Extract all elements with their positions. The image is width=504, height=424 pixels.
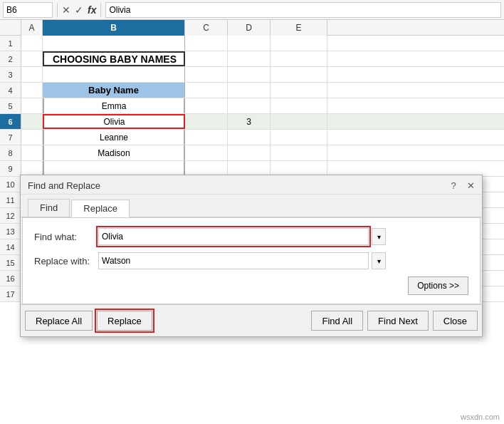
- cell-b4[interactable]: Baby Name: [43, 83, 185, 98]
- cell-a1[interactable]: [21, 36, 43, 51]
- cell-b3[interactable]: [43, 67, 185, 82]
- row-num-11: 11: [0, 192, 21, 207]
- dialog-footer: Replace All Replace Find All Find Next C…: [21, 304, 482, 336]
- cell-c1[interactable]: [185, 36, 228, 51]
- table-row: 4 Baby Name: [0, 83, 504, 98]
- watermark: wsxdn.com: [461, 413, 500, 421]
- close-button[interactable]: Close: [433, 311, 478, 331]
- cell-c2[interactable]: [185, 51, 228, 66]
- replace-button[interactable]: Replace: [97, 311, 152, 331]
- cell-b8[interactable]: Madison: [43, 145, 185, 160]
- cell-c7[interactable]: [185, 130, 228, 145]
- cell-d2[interactable]: [228, 51, 271, 66]
- cell-e8[interactable]: [271, 145, 327, 160]
- cell-b7[interactable]: Leanne: [43, 130, 185, 145]
- cell-e9[interactable]: [271, 161, 327, 176]
- cell-d1[interactable]: [228, 36, 271, 51]
- cell-e1[interactable]: [271, 36, 327, 51]
- row-num-2: 2: [0, 51, 21, 66]
- cell-e2[interactable]: [271, 51, 327, 66]
- row-num-5: 5: [0, 98, 21, 113]
- dialog-help-button[interactable]: ?: [448, 180, 459, 191]
- row-num-12: 12: [0, 208, 21, 223]
- function-icon[interactable]: fx: [88, 4, 96, 16]
- cell-b2[interactable]: CHOOSING BABY NAMES: [43, 51, 185, 66]
- row-num-13: 13: [0, 224, 21, 239]
- cell-c3[interactable]: [185, 67, 228, 82]
- row-num-10: 10: [0, 177, 21, 192]
- col-header-c[interactable]: C: [185, 20, 228, 36]
- col-header-b[interactable]: B: [43, 20, 185, 36]
- cell-c9[interactable]: [185, 161, 228, 176]
- cell-d7[interactable]: [228, 130, 271, 145]
- formula-icons: ✕ ✓ fx: [62, 4, 96, 16]
- replace-all-button[interactable]: Replace All: [25, 311, 93, 331]
- dialog-title-icons: ? ✕: [448, 180, 476, 191]
- row-num-6: 6: [0, 114, 21, 129]
- table-row: 3: [0, 67, 504, 83]
- replace-with-input[interactable]: [98, 252, 369, 269]
- replace-with-row: Replace with: ▾: [34, 252, 468, 269]
- table-row: 2 CHOOSING BABY NAMES: [0, 51, 504, 67]
- col-header-d[interactable]: D: [228, 20, 271, 36]
- cell-b1[interactable]: [43, 36, 185, 51]
- tab-find[interactable]: Find: [28, 199, 70, 217]
- cell-d4[interactable]: [228, 83, 271, 98]
- cell-c5[interactable]: [185, 98, 228, 113]
- find-what-dropdown[interactable]: ▾: [372, 228, 386, 245]
- cell-e3[interactable]: [271, 67, 327, 82]
- cell-e7[interactable]: [271, 130, 327, 145]
- cell-e6[interactable]: [271, 114, 327, 129]
- cell-c6[interactable]: [185, 114, 228, 129]
- cell-d6[interactable]: 3: [228, 114, 271, 129]
- footer-right-buttons: Find All Find Next Close: [311, 311, 478, 331]
- cell-a7[interactable]: [21, 130, 43, 145]
- find-next-button[interactable]: Find Next: [367, 311, 429, 331]
- corner-header: [0, 20, 21, 35]
- cell-d9[interactable]: [228, 161, 271, 176]
- cancel-icon[interactable]: ✕: [62, 4, 70, 16]
- col-header-e[interactable]: E: [271, 20, 327, 36]
- cell-a8[interactable]: [21, 145, 43, 160]
- cell-b9[interactable]: [43, 161, 185, 176]
- row-num-17: 17: [0, 286, 21, 301]
- find-all-button[interactable]: Find All: [311, 311, 363, 331]
- row-num-7: 7: [0, 130, 21, 145]
- cell-d8[interactable]: [228, 145, 271, 160]
- dialog-tabs: Find Replace: [21, 195, 482, 217]
- col-header-a[interactable]: A: [21, 20, 43, 36]
- cell-d3[interactable]: [228, 67, 271, 82]
- formula-input[interactable]: [105, 2, 501, 18]
- dialog-close-button[interactable]: ✕: [465, 180, 476, 191]
- cell-a5[interactable]: [21, 98, 43, 113]
- confirm-icon[interactable]: ✓: [75, 4, 83, 16]
- cell-b6[interactable]: Olivia: [43, 114, 185, 129]
- cell-c8[interactable]: [185, 145, 228, 160]
- options-button[interactable]: Options >>: [408, 276, 468, 295]
- dialog-title: Find and Replace: [28, 180, 100, 191]
- cell-a6[interactable]: [21, 114, 43, 129]
- row-num-15: 15: [0, 255, 21, 270]
- find-what-input[interactable]: [98, 228, 369, 245]
- row-num-16: 16: [0, 271, 21, 286]
- formula-bar: B6 ✕ ✓ fx: [0, 0, 504, 20]
- cell-a3[interactable]: [21, 67, 43, 82]
- table-row: 1: [0, 36, 504, 51]
- cell-a4[interactable]: [21, 83, 43, 98]
- column-headers: A B C D E: [0, 20, 504, 36]
- row-num-3: 3: [0, 67, 21, 82]
- cell-reference-box[interactable]: B6: [3, 2, 53, 18]
- replace-with-dropdown[interactable]: ▾: [372, 252, 386, 269]
- find-what-row: Find what: ▾: [34, 228, 468, 245]
- dialog-content: Find what: ▾ Replace with: ▾ Options >>: [22, 217, 481, 304]
- cell-e4[interactable]: [271, 83, 327, 98]
- tab-replace[interactable]: Replace: [71, 200, 130, 217]
- cell-d5[interactable]: [228, 98, 271, 113]
- cell-a2[interactable]: [21, 51, 43, 66]
- table-row: 5 Emma: [0, 98, 504, 114]
- table-row: 7 Leanne: [0, 130, 504, 145]
- cell-b5[interactable]: Emma: [43, 98, 185, 113]
- cell-a9[interactable]: [21, 161, 43, 176]
- cell-c4[interactable]: [185, 83, 228, 98]
- cell-e5[interactable]: [271, 98, 327, 113]
